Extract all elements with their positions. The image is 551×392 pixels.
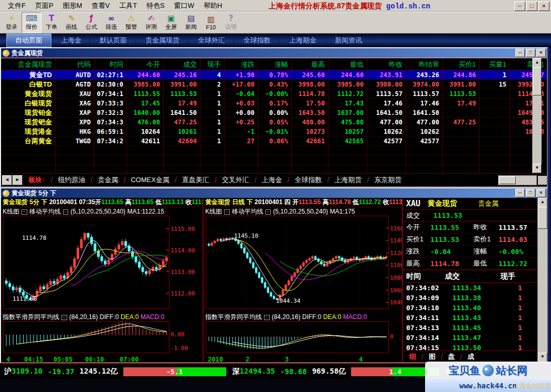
- sector-tab-3[interactable]: 直盘美汇: [177, 175, 215, 185]
- menu-item-7[interactable]: 帮助H: [199, 0, 227, 12]
- empty-row: [1, 146, 547, 155]
- column-header-13[interactable]: 买量1: [480, 58, 510, 70]
- sector-tab-1[interactable]: 贵金属: [92, 175, 123, 185]
- page-tab-4[interactable]: 全球外汇: [189, 34, 234, 47]
- tab-scroll-left-icon[interactable]: ◄: [2, 175, 12, 185]
- column-header-6[interactable]: 涨跌: [225, 58, 258, 70]
- table-row-现货铂金[interactable]: 现货铂金XAP07:32:31640.001641.501+0.000.00%1…: [1, 108, 547, 118]
- chart-minimize-button[interactable]: ─: [515, 189, 525, 197]
- collapse-box-icon[interactable]: −: [224, 209, 230, 215]
- scrollbar-thumb[interactable]: [538, 207, 547, 229]
- f10-button[interactable]: ▥F10: [201, 12, 221, 33]
- detail-tab-0[interactable]: 细: [405, 352, 420, 362]
- collapse-box-icon[interactable]: −: [22, 209, 27, 215]
- sector-tab-5[interactable]: 上海金: [257, 175, 288, 185]
- sector-tab-0[interactable]: 纽约原油: [52, 175, 90, 185]
- page-tab-0[interactable]: 自动页面: [6, 34, 51, 47]
- detail-tab-1[interactable]: 图: [425, 352, 440, 362]
- quotes-button[interactable]: ⌨报价: [22, 12, 41, 33]
- menu-item-1[interactable]: 页面P: [30, 0, 58, 12]
- scroll-down-icon[interactable]: ▼: [538, 353, 547, 362]
- sector-tab-board[interactable]: 板块↑: [23, 175, 51, 185]
- page-tab-7[interactable]: 新闻资讯: [326, 34, 371, 47]
- column-header-10[interactable]: 昨收: [367, 58, 406, 70]
- table-row-黄金现货[interactable]: 黄金现货XAU07:34:11113.551113.531-0.04-0.00%…: [1, 89, 547, 99]
- tick-row[interactable]: 07:34:131113.451: [403, 323, 537, 333]
- page-tab-6[interactable]: 上海期金: [281, 34, 325, 47]
- column-header-4[interactable]: 成交: [164, 58, 200, 70]
- column-header-0[interactable]: 贵金属现货: [1, 58, 56, 70]
- page-tab-3[interactable]: 贵金属现货: [137, 34, 188, 47]
- menu-item-3[interactable]: 查看V: [87, 0, 114, 12]
- order-button[interactable]: T下单: [41, 12, 61, 33]
- chart-window-titlebar[interactable]: 黄金现货 5分 下 ─ □ ×: [1, 188, 547, 198]
- column-header-8[interactable]: 最高: [292, 58, 329, 70]
- filter-button[interactable]: ∞筛选: [101, 12, 121, 33]
- review-button[interactable]: ✍评测: [141, 12, 161, 33]
- fullscreen-button[interactable]: ▣全屏: [161, 12, 181, 33]
- maximize-button[interactable]: □: [526, 2, 537, 11]
- column-header-5[interactable]: 现手: [200, 58, 225, 70]
- help-button[interactable]: ?说明: [221, 12, 241, 33]
- chart-close-button[interactable]: ×: [536, 189, 546, 197]
- menu-item-0[interactable]: 文件F: [3, 0, 30, 12]
- page-tab-1[interactable]: 上海金: [52, 34, 90, 47]
- quote-minimize-button[interactable]: ─: [515, 49, 525, 57]
- menu-item-4[interactable]: 工具T: [114, 0, 142, 12]
- chart-maximize-button[interactable]: □: [526, 189, 535, 197]
- scroll-up-icon[interactable]: ▲: [533, 58, 542, 68]
- sector-tab-4[interactable]: 交叉外汇: [217, 175, 255, 185]
- page-tab-2[interactable]: 默认页面: [91, 34, 136, 47]
- menu-item-5[interactable]: 特色S: [142, 0, 169, 12]
- quote-close-button[interactable]: ×: [536, 49, 546, 57]
- news-button[interactable]: ▤新闻: [181, 12, 201, 33]
- alert-button[interactable]: ⚠预警: [121, 12, 141, 33]
- table-row-白银现货[interactable]: 白银现货XAG07:33:317.4517.491+0.030.17%17.50…: [1, 99, 547, 108]
- table-row-现货港金[interactable]: 现货港金HKG06:59:110264102611-1-0.01%1027310…: [1, 127, 547, 136]
- column-header-1[interactable]: 代码: [56, 58, 94, 70]
- minimize-button[interactable]: ─: [514, 2, 525, 11]
- table-row-黄金TD[interactable]: 黄金TDAUTD02:27:1244.60245.164+1.900.78%24…: [1, 70, 547, 80]
- column-header-12[interactable]: 买价1: [443, 58, 480, 70]
- scrollbar-thumb[interactable]: [533, 67, 542, 96]
- column-header-3[interactable]: 今开: [127, 58, 164, 70]
- menu-item-2[interactable]: 图形M: [58, 0, 87, 12]
- tick-row[interactable]: 07:34:111113.431: [403, 313, 537, 323]
- sector-tab-2[interactable]: COMEX金属: [125, 175, 175, 185]
- close-button[interactable]: ×: [538, 2, 549, 11]
- scroll-up-icon[interactable]: ▲: [538, 198, 547, 207]
- tick-row[interactable]: 07:34:101113.401: [403, 303, 537, 313]
- collapse-box-icon[interactable]: −: [264, 315, 270, 320]
- tick-row[interactable]: 07:34:091113.381: [403, 293, 537, 303]
- table-row-现货钯金[interactable]: 现货钯金XPD07:34:3476.00477.251+0.250.05%480…: [1, 118, 547, 127]
- column-header-2[interactable]: 时间: [94, 58, 127, 70]
- table-row-白银TD[interactable]: 白银TDAGTD02:30:03985.003991.002+17.000.43…: [1, 80, 547, 89]
- tab-scroll-right-icon[interactable]: ►: [13, 175, 23, 185]
- table-row-台两黄金[interactable]: 台两黄金TWGD07:34:242611426041270.06%4266142…: [1, 136, 547, 146]
- sector-tab-7[interactable]: 上海期货: [329, 175, 367, 185]
- formula-button[interactable]: ƒ公式: [81, 12, 101, 33]
- resize-grip[interactable]: [538, 176, 547, 185]
- column-header-9[interactable]: 最低: [329, 58, 367, 70]
- sector-tab-6[interactable]: 全球指数: [289, 175, 327, 185]
- column-header-7[interactable]: 涨幅: [258, 58, 292, 70]
- draw-line-button[interactable]: ✎画线: [61, 12, 81, 33]
- scroll-down-icon[interactable]: ▼: [533, 164, 542, 173]
- menu-item-6[interactable]: 窗口W: [169, 0, 199, 12]
- collapse-box-icon[interactable]: −: [61, 315, 67, 320]
- login-button[interactable]: ⚡登录: [2, 12, 22, 33]
- quote-maximize-button[interactable]: □: [526, 49, 535, 57]
- detail-tab-2[interactable]: 盘: [444, 352, 459, 362]
- tick-row[interactable]: 07:34:141113.471: [403, 333, 537, 343]
- tick-row[interactable]: 07:34:021113.341: [403, 283, 537, 293]
- column-header-11[interactable]: 昨结算: [406, 58, 443, 70]
- sector-tab-hscrollbar[interactable]: [498, 175, 537, 185]
- collapse-box-icon[interactable]: −: [63, 209, 69, 215]
- chart-window-scrollbar[interactable]: ▲ ▼: [537, 198, 547, 362]
- collapse-box-icon[interactable]: −: [266, 209, 271, 215]
- detail-tab-3[interactable]: 成: [463, 352, 479, 362]
- quote-window-titlebar[interactable]: 贵金属现货 ─ □ ×: [1, 48, 547, 58]
- page-tab-5[interactable]: 全球指数: [235, 34, 280, 47]
- sector-tab-8[interactable]: 东京期货: [369, 175, 407, 185]
- quote-table-scrollbar[interactable]: ▲ ▼: [532, 58, 542, 173]
